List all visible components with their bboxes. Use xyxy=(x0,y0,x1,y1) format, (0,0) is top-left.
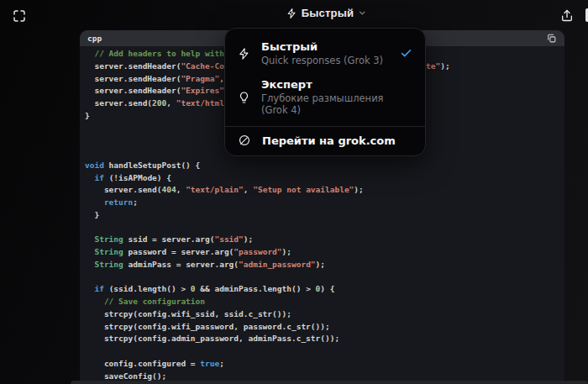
code-line: strcpy(config.wifi_ssid, ssid.c_str()); xyxy=(85,309,561,322)
menu-item-expert-model[interactable]: Эксперт Глубокие размышления (Grok 4) xyxy=(225,72,425,122)
menu-item-title: Эксперт xyxy=(261,78,412,91)
menu-item-title: Быстрый xyxy=(261,40,389,53)
menu-item-subtitle: Глубокие размышления (Grok 4) xyxy=(261,92,412,116)
copy-code-button[interactable] xyxy=(545,33,557,45)
bottom-sheet-edge xyxy=(71,381,588,384)
lightbulb-icon xyxy=(238,91,250,104)
code-line: config.configured = true; xyxy=(85,359,561,371)
code-line: String ssid = server.arg("ssid"); xyxy=(85,234,561,247)
code-line: strcpy(config.admin_password, adminPass.… xyxy=(85,334,561,346)
share-button[interactable] xyxy=(559,8,575,23)
app-screen: { "topbar": { "model_selector": { "label… xyxy=(0,0,588,384)
model-dropdown-menu: Быстрый Quick responses (Grok 3) Эксперт… xyxy=(224,28,426,156)
lightning-bolt-icon xyxy=(238,47,250,60)
check-icon xyxy=(400,47,412,60)
code-line xyxy=(85,223,561,235)
code-line xyxy=(85,346,561,359)
compass-icon xyxy=(238,134,251,147)
menu-item-fast-model[interactable]: Быстрый Quick responses (Grok 3) xyxy=(225,34,425,72)
code-line: if (ssid.length() > 0 && adminPass.lengt… xyxy=(85,284,561,297)
code-line: return; xyxy=(85,197,561,210)
top-bar: Быстрый xyxy=(0,0,588,27)
menu-item-goto-grok-com[interactable]: Перейти на grok.com xyxy=(225,127,425,155)
code-line: if (!isAPMode) { xyxy=(85,173,561,186)
share-upload-icon xyxy=(560,8,574,23)
copy-icon xyxy=(546,33,557,44)
menu-link-label: Перейти на grok.com xyxy=(262,134,396,147)
code-line: strcpy(config.wifi_password, password.c_… xyxy=(85,322,561,334)
fullscreen-button[interactable] xyxy=(12,8,27,24)
chevron-down-icon xyxy=(358,8,367,18)
code-line: void handleSetupPost() { xyxy=(85,160,561,173)
code-line: String adminPass = server.arg("admin_pas… xyxy=(85,260,561,272)
code-line: String password = server.arg("password")… xyxy=(85,247,561,260)
code-line: } xyxy=(85,210,561,223)
menu-item-subtitle: Quick responses (Grok 3) xyxy=(261,55,389,66)
fullscreen-expand-icon xyxy=(13,9,26,23)
code-line: server.send(404, "text/plain", "Setup no… xyxy=(85,185,561,197)
model-selector-button[interactable]: Быстрый xyxy=(286,7,367,19)
code-language-label: cpp xyxy=(87,34,102,43)
code-line: // Save configuration xyxy=(85,297,561,309)
code-line xyxy=(85,272,561,285)
model-selector-label: Быстрый xyxy=(302,7,354,19)
lightning-bolt-icon xyxy=(286,8,297,19)
